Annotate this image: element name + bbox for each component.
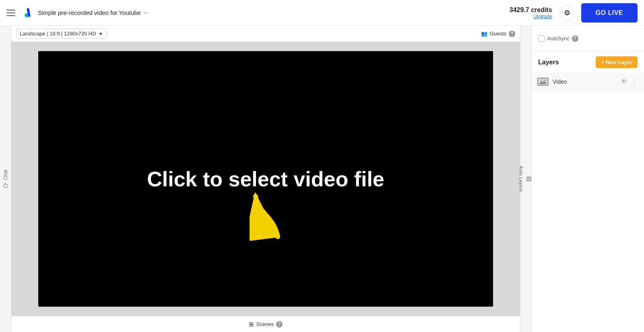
project-title: Simple pre-recorded video for Youtube (38, 9, 141, 16)
settings-button[interactable]: ⚙ (559, 5, 575, 21)
guests-label: Guests (490, 31, 506, 37)
logo (22, 5, 38, 21)
svg-point-5 (544, 80, 546, 81)
layer-name: Video (553, 78, 617, 85)
canvas-click-text: Click to select video file (147, 167, 384, 191)
scenes-help-icon: ? (276, 321, 283, 328)
layer-item[interactable]: Video 👁 ⋮ (532, 73, 644, 91)
auto-layout-label: ⊟ Auto Layout (519, 166, 533, 192)
autosync-label: AutoSync (547, 35, 570, 41)
edit-icon[interactable]: ✏ (144, 10, 149, 16)
gear-icon: ⚙ (564, 8, 570, 17)
canvas-area: Landscape | 16:9 | 1280x720 HD ▼ 👥 Guest… (11, 26, 520, 332)
new-layer-button[interactable]: + New Layer (596, 56, 638, 68)
video-canvas[interactable]: Click to select video file (38, 51, 493, 307)
canvas-viewport: Click to select video file (11, 42, 520, 316)
autosync-help-icon: ? (572, 35, 578, 42)
auto-layout-panel[interactable]: ⊟ Auto Layout (520, 26, 531, 332)
chevron-down-icon: ▼ (99, 31, 103, 36)
chat-panel[interactable]: 🗨 Chat (0, 26, 11, 332)
scenes-label: Scenes (256, 321, 274, 327)
resolution-selector[interactable]: Landscape | 16:9 | 1280x720 HD ▼ (16, 29, 107, 39)
guests-button[interactable]: 👥 Guests ? (481, 31, 515, 37)
resolution-label: Landscape | 16:9 | 1280x720 HD (20, 31, 96, 37)
layers-header: AutoSync ? (532, 26, 644, 52)
chat-icon: 🗨 (2, 182, 9, 188)
canvas-toolbar: Landscape | 16:9 | 1280x720 HD ▼ 👥 Guest… (11, 26, 520, 42)
scenes-bar[interactable]: ⊞ Scenes ? (11, 316, 520, 332)
top-bar: Simple pre-recorded video for Youtube ✏ … (0, 0, 644, 26)
arrow-decoration (250, 192, 286, 242)
layers-panel: AutoSync ? Layers + New Layer Video 👁 ⋮ (531, 26, 644, 332)
layers-toolbar: Layers + New Layer (532, 52, 644, 73)
layer-visibility-icon[interactable]: 👁 (621, 78, 627, 85)
layer-more-icon[interactable]: ⋮ (631, 77, 638, 86)
layer-type-icon (537, 78, 549, 86)
autosync-checkbox[interactable] (538, 35, 545, 42)
scenes-icon: ⊞ (249, 321, 254, 328)
guests-help-icon: ? (509, 31, 515, 37)
main-content: 🗨 Chat Landscape | 16:9 | 1280x720 HD ▼ … (0, 26, 644, 332)
credits-display: 3429.7 credits Upgrade (510, 6, 552, 19)
guests-icon: 👥 (481, 31, 487, 37)
autosync-row: AutoSync ? (538, 35, 578, 42)
chat-label: 🗨 Chat (2, 170, 9, 188)
credits-label: credits (531, 6, 552, 13)
upgrade-link[interactable]: Upgrade (510, 14, 552, 19)
layers-title: Layers (538, 59, 592, 66)
credits-amount: 3429.7 (510, 6, 529, 13)
hamburger-menu[interactable] (6, 7, 18, 19)
layers-list: Video 👁 ⋮ (532, 73, 644, 332)
go-live-button[interactable]: GO LIVE (581, 3, 638, 23)
